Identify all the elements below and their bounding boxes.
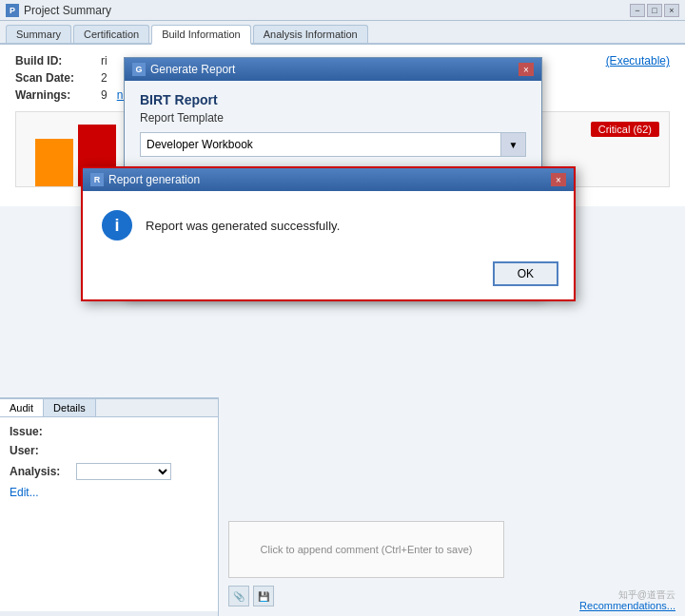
generate-dialog-icon: G [132,63,146,76]
bottom-tab-bar: Audit Details [0,399,218,417]
template-input[interactable] [140,132,501,157]
close-button[interactable]: × [664,4,679,17]
user-row: User: [10,444,208,457]
template-dropdown-arrow[interactable]: ▼ [501,132,526,157]
scan-date-label: Scan Date: [15,71,101,85]
window-controls: − □ × [630,4,679,17]
minimize-button[interactable]: − [630,4,645,17]
report-template-label: Report Template [140,111,526,125]
scan-date-value: 2 [101,71,108,85]
bottom-content: Issue: User: Analysis: Edit... [0,417,218,611]
tab-details[interactable]: Details [44,399,96,416]
analysis-row: Analysis: [10,463,208,480]
success-dialog-close[interactable]: × [551,173,566,186]
warnings-value: 9 [101,88,108,102]
tab-bar: Summary Certification Build Information … [0,21,685,45]
success-body: i Report was generated successfully. [83,191,574,254]
window-icon: P [6,4,19,17]
recommendations-link[interactable]: Recommendations... [579,600,675,611]
executable-link[interactable]: (Executable) [606,54,670,67]
critical-badge: Critical (62) [591,122,659,137]
build-id-value: ri [101,54,108,67]
generate-dialog-title: Generate Report [150,63,235,76]
success-dialog: R Report generation × i Report was gener… [81,166,576,301]
tab-certification[interactable]: Certification [73,25,149,43]
tab-analysis-information[interactable]: Analysis Information [253,25,368,43]
tab-summary[interactable]: Summary [6,25,71,43]
main-window: P Project Summary − □ × Summary Certific… [0,0,685,616]
success-dialog-icon: R [90,173,104,186]
ok-button[interactable]: OK [493,261,558,286]
comment-placeholder: Click to append comment (Ctrl+Enter to s… [261,544,473,555]
analysis-select[interactable] [76,463,171,480]
save-icon-btn[interactable]: 💾 [253,586,274,606]
success-dialog-title: Report generation [108,173,200,186]
bottom-panel: Audit Details Issue: User: Analysis: Edi… [0,397,219,616]
generate-dialog-title-bar: G Generate Report × [125,58,541,81]
birt-report-title: BIRT Report [140,92,526,107]
analysis-label: Analysis: [10,465,76,478]
comment-area[interactable]: Click to append comment (Ctrl+Enter to s… [228,521,504,578]
build-id-label: Build ID: [15,54,101,67]
success-buttons: OK [83,254,574,299]
maximize-button[interactable]: □ [647,4,662,17]
tab-build-information[interactable]: Build Information [151,25,251,45]
generate-dialog-close[interactable]: × [519,63,534,76]
bottom-icons: 📎 💾 [228,586,274,606]
issue-row: Issue: [10,425,208,438]
window-title: Project Summary [24,4,630,17]
edit-link[interactable]: Edit... [10,486,39,499]
warnings-label: Warnings: [15,88,101,102]
chart-bar-orange [35,139,73,186]
attach-icon-btn[interactable]: 📎 [228,586,249,606]
title-bar: P Project Summary − □ × [0,0,685,21]
tab-audit[interactable]: Audit [0,399,44,416]
success-dialog-title-bar: R Report generation × [83,168,574,191]
issue-label: Issue: [10,425,76,438]
success-message: Report was generated successfully. [146,219,340,233]
user-label: User: [10,444,76,457]
info-icon: i [102,210,132,241]
template-select-row: ▼ [140,132,526,157]
